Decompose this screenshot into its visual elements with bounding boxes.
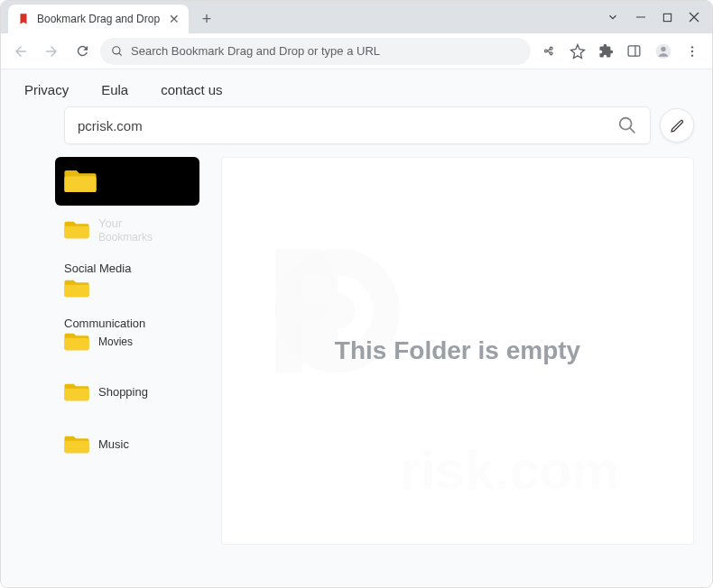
nav-privacy[interactable]: Privacy — [24, 82, 69, 97]
sidepanel-icon[interactable] — [626, 43, 642, 59]
reload-button[interactable] — [69, 39, 95, 64]
titlebar: Bookmark Drag and Drop ✕ + — [1, 1, 712, 33]
share-icon[interactable] — [542, 43, 557, 59]
chevron-down-icon[interactable] — [607, 11, 619, 23]
folder-label: Social Media — [64, 262, 131, 275]
folder-label: Your — [98, 216, 153, 231]
folder-icon — [64, 279, 89, 299]
folder-item-shopping[interactable]: Shopping — [55, 375, 199, 409]
search-row — [1, 103, 712, 157]
folder-label: Shopping — [98, 385, 148, 399]
folder-item-bookmarks[interactable]: Your Bookmarks — [55, 209, 199, 251]
folder-item-social[interactable]: Social Media — [55, 254, 199, 306]
browser-tab[interactable]: Bookmark Drag and Drop ✕ — [8, 5, 189, 33]
folder-label-2: Bookmarks — [98, 231, 153, 243]
svg-rect-0 — [663, 14, 671, 21]
pencil-icon — [670, 118, 685, 133]
svg-point-6 — [691, 50, 693, 51]
back-button[interactable] — [8, 39, 33, 64]
folder-item-active[interactable] — [55, 157, 199, 206]
folder-icon — [64, 169, 97, 195]
omnibox-placeholder: Search Bookmark Drag and Drop or type a … — [131, 44, 380, 58]
window-controls — [607, 1, 712, 33]
maximize-icon[interactable] — [662, 13, 672, 23]
nav-eula[interactable]: Eula — [101, 82, 128, 97]
page-content: Privacy Eula contact us — [1, 69, 712, 587]
svg-point-1 — [113, 46, 120, 53]
empty-folder-message: This Folder is empty — [335, 336, 580, 365]
folder-icon — [64, 435, 89, 455]
search-submit-icon[interactable] — [617, 115, 637, 135]
folder-item-communication[interactable]: Communication Movies — [55, 309, 199, 359]
folder-label: Music — [98, 437, 129, 451]
bookmark-icon — [17, 13, 30, 25]
menu-icon[interactable] — [685, 44, 699, 59]
svg-point-7 — [691, 54, 693, 56]
search-input[interactable] — [78, 118, 610, 133]
main-content: Your Bookmarks Social Media Communicatio… — [1, 157, 712, 545]
forward-button[interactable] — [39, 39, 64, 64]
reload-icon — [75, 43, 90, 59]
folder-label-2: Movies — [98, 335, 133, 348]
svg-text:risk.com: risk.com — [400, 441, 619, 501]
arrow-right-icon — [43, 43, 60, 60]
arrow-left-icon — [13, 43, 29, 60]
tab-title: Bookmark Drag and Drop — [37, 13, 162, 25]
omnibox[interactable]: Search Bookmark Drag and Drop or type a … — [100, 38, 531, 65]
svg-point-4 — [661, 46, 665, 51]
svg-point-5 — [691, 46, 693, 48]
search-icon — [111, 45, 124, 58]
toolbar-actions — [536, 42, 705, 60]
nav-contact[interactable]: contact us — [161, 82, 222, 97]
folder-icon — [64, 220, 89, 240]
edit-button[interactable] — [660, 108, 694, 142]
svg-rect-2 — [628, 46, 640, 56]
star-icon[interactable] — [569, 43, 586, 60]
browser-toolbar: Search Bookmark Drag and Drop or type a … — [1, 33, 712, 69]
browser-window: Bookmark Drag and Drop ✕ + Search Bookma… — [0, 0, 713, 588]
close-tab-icon[interactable]: ✕ — [169, 12, 180, 26]
folder-icon — [64, 332, 89, 352]
folder-label: Communication — [64, 317, 145, 330]
folder-icon — [64, 382, 89, 402]
folder-label-group: Your Bookmarks — [98, 216, 153, 243]
folder-sidebar: Your Bookmarks Social Media Communicatio… — [55, 157, 199, 545]
folder-contents-panel: risk.com This Folder is empty — [221, 157, 694, 545]
profile-icon[interactable] — [654, 42, 672, 60]
search-box — [64, 106, 651, 144]
extensions-icon[interactable] — [598, 43, 614, 59]
minimize-icon[interactable] — [635, 12, 646, 23]
close-window-icon[interactable] — [689, 12, 699, 23]
new-tab-button[interactable]: + — [194, 6, 219, 32]
folder-item-music[interactable]: Music — [55, 427, 199, 462]
top-nav: Privacy Eula contact us — [1, 69, 712, 103]
